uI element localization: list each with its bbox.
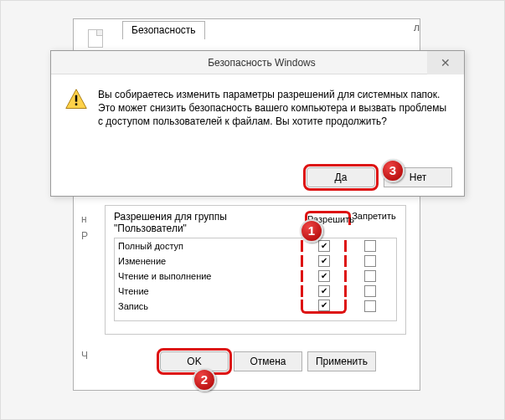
permission-row: Полный доступ (115, 238, 396, 254)
column-deny: Запретить (351, 211, 397, 221)
deny-checkbox[interactable] (364, 240, 376, 252)
deny-checkbox[interactable] (364, 285, 376, 297)
deny-checkbox[interactable] (364, 255, 376, 267)
dialog-button-row: OK Отмена Применить (117, 351, 376, 371)
permissions-panel: Разрешения для группы "Пользователи" Раз… (105, 205, 406, 335)
svg-rect-1 (75, 95, 77, 102)
deny-checkbox[interactable] (364, 270, 376, 282)
permissions-header: Разрешения для группы "Пользователи" Раз… (106, 206, 405, 238)
ok-button[interactable]: OK (160, 351, 229, 371)
permission-label: Чтение (118, 286, 297, 296)
dialog-titlebar: Безопасность Windows ✕ (51, 51, 464, 74)
dialog-message: Вы собираетесь изменить параметры разреш… (98, 88, 451, 128)
cancel-button[interactable]: Отмена (234, 351, 302, 371)
faint-text: Р (81, 230, 88, 242)
dialog-title: Безопасность Windows (208, 57, 316, 69)
allow-checkbox[interactable] (318, 240, 330, 252)
apply-button[interactable]: Применить (307, 351, 376, 371)
tab-row: Безопасность (122, 21, 205, 39)
svg-rect-2 (75, 103, 77, 105)
dialog-buttons: Да Нет (307, 167, 452, 187)
close-button[interactable]: ✕ (427, 51, 464, 74)
permission-row: Изменение (115, 254, 396, 269)
dialog-body: Вы собираетесь изменить параметры разреш… (51, 74, 464, 135)
tab-security[interactable]: Безопасность (122, 21, 205, 39)
faint-text: Ч (81, 350, 88, 361)
stray-char: л (414, 22, 420, 33)
allow-checkbox[interactable] (318, 270, 330, 282)
annotation-badge-3: 3 (381, 159, 405, 182)
permissions-list: Полный доступ Изменение Чтение и выполне… (114, 238, 397, 321)
annotation-badge-2: 2 (193, 368, 216, 392)
permission-label: Чтение и выполнение (118, 271, 297, 281)
yes-button[interactable]: Да (307, 167, 375, 187)
deny-checkbox[interactable] (364, 300, 376, 312)
permission-label: Полный доступ (118, 241, 297, 251)
allow-checkbox[interactable] (318, 285, 330, 297)
permission-label: Запись (118, 301, 297, 311)
permission-row: Чтение и выполнение (115, 269, 396, 284)
permission-row: Запись (115, 299, 396, 314)
permission-label: Изменение (118, 256, 297, 266)
annotation-badge-1: 1 (300, 219, 323, 243)
allow-checkbox[interactable] (318, 255, 330, 267)
permissions-title: Разрешения для группы "Пользователи" (114, 211, 301, 234)
faint-text: н (81, 213, 87, 225)
permission-row: Чтение (115, 284, 396, 299)
warning-icon (64, 88, 88, 111)
file-icon (88, 29, 103, 48)
allow-checkbox[interactable] (318, 300, 330, 311)
